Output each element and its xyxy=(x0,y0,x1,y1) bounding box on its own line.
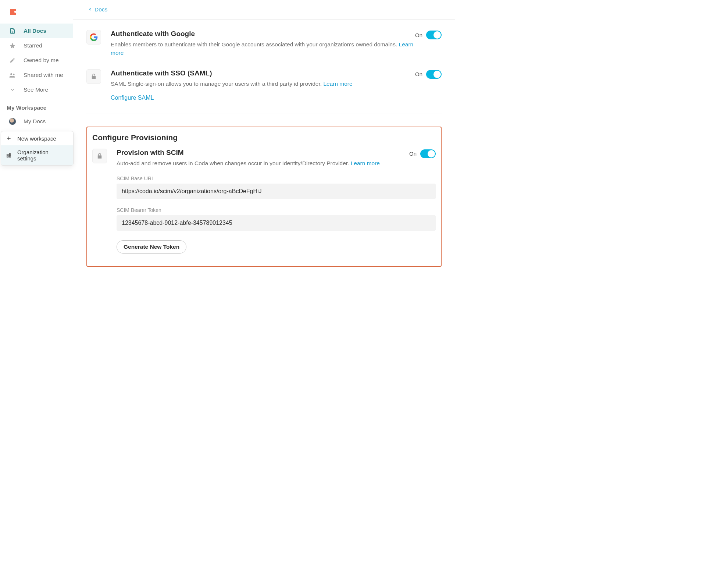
sidebar-item-label: Shared with me xyxy=(24,72,63,78)
chevron-down-icon xyxy=(9,86,16,93)
google-icon xyxy=(86,30,101,45)
avatar xyxy=(9,118,16,125)
sidebar-item-see-more[interactable]: See More xyxy=(0,82,73,97)
popover-organization-settings[interactable]: Organization settings xyxy=(1,145,73,165)
setting-authenticate-sso: Authenticate with SSO (SAML) SAML Single… xyxy=(86,69,442,113)
sidebar-item-label: Starred xyxy=(24,42,42,49)
content: Authenticate with Google Enables members… xyxy=(73,20,455,281)
setting-description: Auto-add and remove users in Coda when c… xyxy=(117,159,409,167)
lock-icon xyxy=(92,149,107,163)
sidebar-nav: All Docs Starred Owned by me Shared with… xyxy=(0,24,73,97)
plus-icon xyxy=(6,135,12,142)
setting-title: Authenticate with SSO (SAML) xyxy=(111,69,415,77)
setting-description: SAML Single-sign-on allows you to manage… xyxy=(111,79,415,88)
people-icon xyxy=(9,71,16,79)
field-label: SCIM Bearer Token xyxy=(117,207,436,213)
toggle-state-label: On xyxy=(409,150,417,157)
chevron-left-icon xyxy=(88,6,92,13)
section-divider xyxy=(86,113,442,113)
learn-more-link[interactable]: Learn more xyxy=(351,160,380,166)
coda-logo-icon xyxy=(9,7,18,16)
sidebar-item-owned-by-me[interactable]: Owned by me xyxy=(0,53,73,68)
scim-base-url-field[interactable]: https://coda.io/scim/v2/organizations/or… xyxy=(117,184,436,199)
setting-authenticate-google: Authenticate with Google Enables members… xyxy=(86,30,442,69)
pencil-icon xyxy=(9,57,16,64)
workspace-popover: New workspace Organization settings xyxy=(1,131,74,166)
toggle-authenticate-google[interactable] xyxy=(426,31,442,39)
field-label: SCIM Base URL xyxy=(117,176,436,181)
brand-logo[interactable] xyxy=(0,5,73,24)
configure-saml-link[interactable]: Configure SAML xyxy=(111,95,154,101)
sidebar-item-label: My Docs xyxy=(24,118,46,125)
sidebar-item-all-docs[interactable]: All Docs xyxy=(0,24,73,38)
sidebar-item-shared-with-me[interactable]: Shared with me xyxy=(0,68,73,82)
lock-icon xyxy=(86,69,101,84)
setting-description: Enables members to authenticate with the… xyxy=(111,40,415,57)
sidebar-item-label: All Docs xyxy=(24,28,46,34)
setting-title: Authenticate with Google xyxy=(111,30,415,38)
breadcrumb-back[interactable]: Docs xyxy=(88,6,107,13)
sidebar-item-label: See More xyxy=(24,86,48,93)
sidebar-item-label: Owned by me xyxy=(24,57,59,64)
svg-point-1 xyxy=(13,74,14,75)
breadcrumb-label: Docs xyxy=(94,6,107,13)
learn-more-link[interactable]: Learn more xyxy=(323,81,352,87)
building-icon xyxy=(6,152,12,159)
setting-title: Provision with SCIM xyxy=(117,149,409,157)
popover-item-label: Organization settings xyxy=(17,149,69,162)
popover-item-label: New workspace xyxy=(17,135,56,142)
topbar: Docs xyxy=(73,0,455,20)
toggle-state-label: On xyxy=(415,32,422,38)
generate-new-token-button[interactable]: Generate New Token xyxy=(117,240,186,254)
popover-new-workspace[interactable]: New workspace xyxy=(1,131,73,145)
toggle-state-label: On xyxy=(415,71,422,77)
sidebar-item-starred[interactable]: Starred xyxy=(0,38,73,53)
setting-provision-scim: Provision with SCIM Auto-add and remove … xyxy=(92,149,436,254)
sidebar-item-my-docs[interactable]: My Docs xyxy=(0,114,73,129)
scim-bearer-token-field[interactable]: 12345678-abcd-9012-abfe-345789012345 xyxy=(117,215,436,231)
main: Docs Authenticate with Google Enables me… xyxy=(73,0,455,359)
svg-point-0 xyxy=(10,73,12,75)
doc-icon xyxy=(9,27,16,35)
section-heading: Configure Provisioning xyxy=(92,133,436,142)
toggle-provision-scim[interactable] xyxy=(420,149,436,158)
sidebar: All Docs Starred Owned by me Shared with… xyxy=(0,0,73,359)
configure-provisioning-section: Configure Provisioning Provision with SC… xyxy=(86,127,442,267)
toggle-authenticate-sso[interactable] xyxy=(426,70,442,79)
star-icon xyxy=(9,42,16,49)
sidebar-section-my-workspace: My Workspace xyxy=(0,97,73,114)
